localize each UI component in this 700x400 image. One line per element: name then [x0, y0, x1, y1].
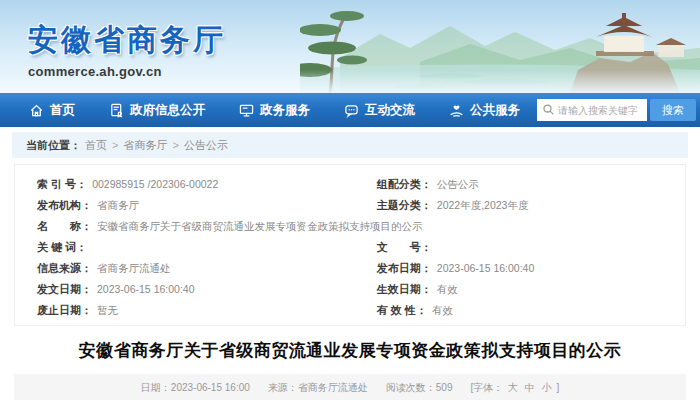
meta-value: 002985915 /202306-00022	[92, 178, 218, 190]
meta-row-issuing-agency: 发布机构：省商务厅 主题分类：2022年度,2023年度	[15, 194, 685, 215]
meta-label: 文 号：	[377, 241, 432, 253]
nav-item-label: 公共服务	[470, 102, 520, 119]
public-service-icon	[449, 103, 464, 118]
search-input-wrap	[537, 99, 647, 121]
meta-value: 暂无	[97, 304, 118, 316]
nav-item-interaction[interactable]: 互动交流	[327, 102, 432, 119]
breadcrumb-separator: >	[172, 139, 178, 151]
nav-item-label: 政府信息公开	[130, 102, 205, 119]
home-icon	[29, 103, 44, 118]
meta-label: 主题分类：	[377, 199, 432, 211]
meta-value: 2023-06-15 16:00:40	[437, 262, 535, 274]
site-header: 安徽省商务厅 commerce.ah.gov.cn	[0, 0, 700, 93]
breadcrumb-item-home[interactable]: 首页	[85, 138, 107, 153]
meta-value: 2023-06-15 16:00:40	[97, 283, 195, 295]
chat-icon	[344, 103, 359, 118]
font-size-suffix: ]	[556, 382, 559, 393]
meta-label: 发文日期：	[37, 283, 92, 295]
article-meta-bar: 日期：2023-06-15 16:00 来源：省商务厅流通处 阅读次数：509 …	[14, 374, 686, 400]
meta-label: 关 键 词：	[37, 241, 87, 253]
meta-value: 安徽省商务厅关于省级商贸流通业发展专项资金政策拟支持项目的公示	[97, 220, 423, 232]
meta-row-index-number: 索 引 号：002985915 /202306-00022 组配分类：公告公示	[15, 173, 685, 194]
breadcrumb-item-department[interactable]: 省商务厅	[123, 138, 167, 153]
monitor-icon	[239, 103, 254, 118]
meta-value: 2022年度,2023年度	[437, 199, 529, 211]
main-nav: 首页 政府信息公开 政务服务 互动交流 公共服务 搜索	[0, 93, 700, 127]
meta-label: 生效日期：	[377, 283, 432, 295]
meta-label: 废止日期：	[37, 304, 92, 316]
meta-row-issue-date: 发文日期：2023-06-15 16:00:40 生效日期：有效	[15, 278, 685, 299]
meta-value: 有效	[437, 283, 458, 295]
nav-item-gov-info[interactable]: 政府信息公开	[92, 102, 222, 119]
meta-value: 公告公示	[437, 178, 479, 190]
document-icon	[109, 103, 124, 118]
article-title: 安徽省商务厅关于省级商贸流通业发展专项资金政策拟支持项目的公示	[0, 339, 700, 362]
article-source: 来源：省商务厅流通处	[268, 381, 368, 395]
meta-value: 省商务厅流通处	[97, 262, 171, 274]
font-size-controls: [字体： 大 中 小 ]	[470, 381, 559, 395]
meta-row-keywords: 关 键 词： 文 号：	[15, 236, 685, 257]
font-size-small-button[interactable]: 小	[542, 382, 552, 393]
document-meta-table: 索 引 号：002985915 /202306-00022 组配分类：公告公示 …	[14, 164, 686, 326]
nav-item-services[interactable]: 政务服务	[222, 102, 327, 119]
meta-label: 有 效 性：	[377, 304, 427, 316]
meta-label: 信息来源：	[37, 262, 92, 274]
font-size-prefix: [字体：	[470, 382, 503, 393]
nav-item-home[interactable]: 首页	[12, 102, 92, 119]
font-size-large-button[interactable]: 大	[508, 382, 518, 393]
nav-item-label: 互动交流	[365, 102, 415, 119]
meta-row-source: 信息来源：省商务厅流通处 发布日期：2023-06-15 16:00:40	[15, 257, 685, 278]
font-size-medium-button[interactable]: 中	[525, 382, 535, 393]
meta-label: 发布机构：	[37, 199, 92, 211]
site-url: commerce.ah.gov.cn	[28, 64, 226, 79]
meta-value: 省商务厅	[97, 199, 139, 211]
meta-row-abolition-date: 废止日期：暂无 有 效 性：有效	[15, 299, 685, 320]
meta-label: 发布日期：	[377, 262, 432, 274]
meta-label: 名 称：	[37, 220, 92, 232]
article-date: 日期：2023-06-15 16:00	[141, 381, 250, 395]
breadcrumb-item-announcements[interactable]: 公告公示	[184, 138, 228, 153]
search-box: 搜索	[537, 99, 696, 121]
breadcrumb: 当前位置： 首页 > 省商务厅 > 公告公示	[12, 132, 688, 158]
site-title: 安徽省商务厅	[28, 20, 226, 61]
breadcrumb-separator: >	[112, 139, 118, 151]
nav-item-public-service[interactable]: 公共服务	[432, 102, 537, 119]
article-view-count: 阅读次数：509	[386, 381, 453, 395]
search-icon	[542, 103, 555, 116]
breadcrumb-label: 当前位置：	[26, 138, 81, 153]
meta-value: 有效	[432, 304, 453, 316]
nav-item-label: 首页	[50, 102, 75, 119]
meta-label: 组配分类：	[377, 178, 432, 190]
meta-row-title: 名 称：安徽省商务厅关于省级商贸流通业发展专项资金政策拟支持项目的公示	[15, 215, 685, 236]
nav-item-label: 政务服务	[260, 102, 310, 119]
meta-label: 索 引 号：	[37, 178, 87, 190]
site-logo[interactable]: 安徽省商务厅 commerce.ah.gov.cn	[28, 20, 226, 79]
search-button[interactable]: 搜索	[650, 99, 696, 121]
header-scenery-image	[300, 0, 700, 93]
